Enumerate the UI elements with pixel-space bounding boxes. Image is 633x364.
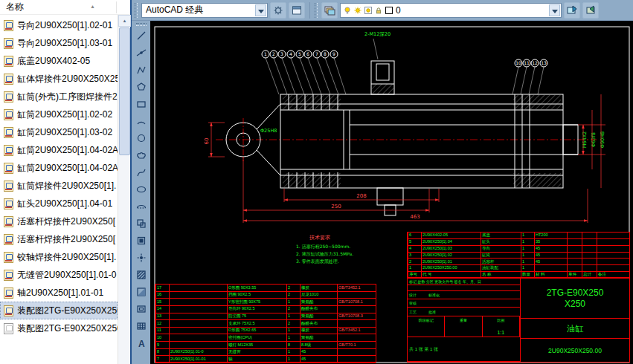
- file-list-item[interactable]: 导向2U90X250[1].03-01: [0, 34, 118, 52]
- layer-combo[interactable]: 0: [340, 3, 562, 18]
- table-cell: 2: [286, 320, 300, 328]
- drawing-number: 2U90X250X250.00: [521, 339, 629, 362]
- file-list-item[interactable]: 底盖2U90X402-05: [0, 52, 118, 70]
- table-tool-button[interactable]: [133, 318, 150, 334]
- table-cell: 16: [155, 292, 169, 299]
- workspace-combo[interactable]: AutoCAD 经典: [141, 3, 268, 18]
- toolbar-grip[interactable]: [136, 23, 147, 26]
- make-block-tool-button[interactable]: [133, 233, 150, 249]
- region-tool-button[interactable]: [133, 301, 150, 317]
- revision-cloud-tool-button[interactable]: [133, 147, 150, 163]
- table-cell: 聚氨酯: [300, 299, 337, 306]
- file-name: 底盖2U90X402-05: [17, 55, 90, 68]
- scrollbar-up-arrow-icon[interactable]: ▲: [118, 15, 131, 27]
- table-cell: 导向: [481, 246, 521, 253]
- file-list-header[interactable]: 名称 ▲: [0, 0, 130, 15]
- construction-line-tool-button[interactable]: [133, 45, 150, 61]
- file-list-item[interactable]: 活塞杆焊接件2U90X250[: [0, 230, 118, 248]
- polygon-tool-button[interactable]: [133, 79, 150, 95]
- table-cell: [169, 285, 227, 292]
- chevron-down-icon[interactable]: [549, 4, 560, 16]
- layer-properties-manager-button[interactable]: [321, 2, 338, 19]
- file-list-item[interactable]: 缸筒2U90X250[1].02-02: [0, 105, 118, 123]
- table-cell: 45: [300, 356, 337, 363]
- file-list-item[interactable]: 无缝管2U90X250[1].01-0: [0, 266, 118, 284]
- title-block-right: 2TG-E90X250 X250 油缸 2U90X250X250.00: [521, 279, 629, 362]
- file-list-item[interactable]: 缸头2U90X250[1].04-01: [0, 195, 118, 212]
- column-divider[interactable]: [116, 1, 117, 13]
- spline-icon: [136, 167, 147, 178]
- workspace-settings-button[interactable]: [270, 2, 286, 19]
- rod-thread-label: M64X2: [582, 131, 588, 148]
- dwg-file-icon: [4, 145, 13, 156]
- region-icon: [136, 304, 147, 314]
- file-list-item[interactable]: 缸筒2U90X250[1].04-02A: [0, 159, 118, 177]
- spline-tool-button[interactable]: [133, 164, 150, 181]
- file-list-item-selected[interactable]: 装配图2TG-E90X250X250: [0, 302, 118, 319]
- svg-text:3: 3: [280, 51, 283, 56]
- polyline-tool-button[interactable]: [133, 62, 150, 78]
- dwg-file-icon: [4, 234, 13, 245]
- line-tool-button[interactable]: [133, 27, 150, 44]
- dwg-file-icon: [4, 216, 13, 227]
- layer-previous-icon: [585, 5, 597, 16]
- drawing-canvas[interactable]: 123456789 10111213 2-M12深20 Φ25H8 M64X2 …: [150, 21, 633, 364]
- table-cell: [337, 306, 376, 313]
- file-list-item[interactable]: 缸筒焊接件2U90X250[1].: [0, 177, 118, 195]
- make-layer-current-button[interactable]: [564, 2, 580, 19]
- table-cell: [582, 239, 597, 246]
- plain-file-icon: [4, 323, 13, 334]
- dwg-file-icon: [4, 181, 13, 192]
- table-cell: [567, 246, 582, 253]
- file-list-item[interactable]: 导向2U90X250[1].02-01: [0, 16, 118, 34]
- table-cell: 6: [408, 233, 421, 239]
- table-cell: 2: [286, 292, 300, 299]
- save-workspace-button[interactable]: [289, 2, 305, 19]
- table-cell: [337, 292, 376, 299]
- table-cell: 1: [521, 239, 534, 246]
- gear-icon: [273, 5, 283, 16]
- cylinder-body: [280, 94, 578, 188]
- table-cell: 密封圈(CPU): [227, 334, 286, 342]
- file-name: 缸筒2U90X250[1].02-02: [17, 108, 112, 121]
- toolbar-grip[interactable]: [135, 3, 138, 18]
- file-list-item[interactable]: 装配图2TG-E90X250X250: [0, 319, 118, 337]
- table-cell: 8.8级: [300, 342, 337, 349]
- file-list-item[interactable]: 活塞杆焊接件2U90X250[: [0, 212, 118, 230]
- file-list-item[interactable]: 缸筒(外壳)工序图焊接件2U: [0, 88, 118, 105]
- gradient-tool-button[interactable]: [133, 284, 150, 300]
- dwg-file-icon: [4, 198, 13, 209]
- svg-text:2: 2: [272, 51, 275, 56]
- scrollbar-thumb[interactable]: [119, 27, 130, 155]
- layer-previous-button[interactable]: [582, 2, 599, 19]
- drawing-labels: 2-M12深20 Φ25H8 M64X2 Φ63f8 Φ90H8: [260, 31, 605, 148]
- file-list-scrollbar[interactable]: ▲: [118, 15, 130, 364]
- ellipse-arc-tool-button[interactable]: [133, 198, 150, 215]
- balloon-numbers: 123456789 10111213: [264, 51, 547, 65]
- ellipse-tool-button[interactable]: [133, 181, 150, 198]
- file-name: 导向2U90X250[1].02-01: [17, 19, 112, 32]
- point-tool-button[interactable]: [133, 250, 150, 266]
- notes-title: 技术要求: [309, 235, 330, 241]
- table-cell: 1: [521, 265, 534, 272]
- multiline-text-tool-button[interactable]: A: [133, 335, 150, 351]
- file-list-item[interactable]: 缸筒2U90X250[1].04-02A: [0, 141, 118, 159]
- hatch-tool-button[interactable]: [133, 267, 150, 283]
- rectangle-tool-button[interactable]: [133, 96, 150, 112]
- table-cell: 橡胶: [300, 285, 337, 292]
- file-list-item[interactable]: 轴2U90X250[1].01-01: [0, 284, 118, 302]
- file-list-item[interactable]: 缸体焊接件2U90X250X25: [0, 70, 118, 88]
- file-name: 缸筒(外壳)工序图焊接件2U: [17, 91, 118, 103]
- file-list-item[interactable]: 缸筒2U90X250[1].03-02: [0, 123, 118, 141]
- file-list-item[interactable]: 铰轴焊接件2U90X250[1].: [0, 248, 118, 266]
- svg-text:7: 7: [315, 51, 318, 56]
- svg-text:11: 11: [524, 60, 530, 65]
- insert-block-tool-button[interactable]: [133, 215, 150, 232]
- circle-tool-button[interactable]: [133, 130, 150, 146]
- design-row: 设计标准化: [408, 291, 520, 299]
- file-name: 无缝管2U90X250[1].01-0: [17, 269, 116, 282]
- toolbar-grip[interactable]: [315, 3, 318, 18]
- table-cell: [337, 320, 376, 328]
- arc-tool-button[interactable]: [133, 113, 150, 129]
- chevron-down-icon[interactable]: [255, 4, 266, 16]
